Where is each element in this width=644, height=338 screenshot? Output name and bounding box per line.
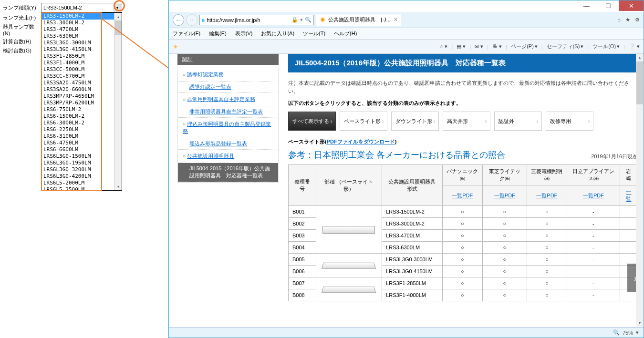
table-row: B001LRS3-1500LM-2○○○- bbox=[289, 206, 638, 218]
chevron-right-icon: › bbox=[330, 117, 332, 125]
filter-base[interactable]: ベースライト形› bbox=[340, 112, 387, 131]
filter-ncert[interactable]: 認証外› bbox=[494, 112, 542, 131]
pdf-link-3[interactable]: 一覧PDF bbox=[536, 193, 557, 198]
sidebar-sub-4a[interactable]: JIL5004-2015（2016年版）公共施設用照明器具 対応器種一覧表 bbox=[178, 163, 278, 182]
scroll-thumb[interactable] bbox=[636, 61, 643, 104]
cell-seq: B001 bbox=[289, 206, 316, 218]
menu-help[interactable]: ヘルプ(H) bbox=[334, 30, 357, 37]
menu-file[interactable]: ファイル(F) bbox=[173, 30, 200, 37]
cell-seq: B007 bbox=[289, 277, 316, 289]
list-item[interactable]: LRS6-4750LM bbox=[42, 140, 122, 146]
list-item[interactable]: LRS6-750LM-2 bbox=[42, 106, 122, 113]
menu-view[interactable]: 表示(V) bbox=[235, 30, 253, 37]
list-item[interactable]: LRS3-3000LM-2 bbox=[42, 20, 122, 26]
cmd-safety[interactable]: セーフティ(S) ▾ bbox=[547, 43, 584, 50]
back-button[interactable]: ← bbox=[173, 14, 184, 26]
feeds-icon[interactable]: ▤ ▾ bbox=[457, 43, 466, 50]
add-favorite-icon[interactable]: ✦ bbox=[173, 43, 178, 51]
list-item[interactable]: LRS3F1-2850LM bbox=[42, 53, 122, 60]
zoom-icon[interactable]: 🔍 bbox=[613, 329, 620, 336]
filter-all[interactable]: すべて表示する› bbox=[288, 112, 336, 131]
sidebar-item-4[interactable]: 公共施設用照明器具 bbox=[178, 150, 278, 163]
list-item[interactable]: LRS6-3000LM-2 bbox=[42, 120, 122, 126]
mail-icon[interactable]: ✉ ▾ bbox=[475, 43, 483, 50]
filter-down[interactable]: ダウンライト形› bbox=[391, 112, 439, 131]
menu-edit[interactable]: 編集(E) bbox=[209, 30, 227, 37]
sidebar-sub-3a[interactable]: 埋込み形製品登録一覧表 bbox=[178, 138, 278, 150]
list-item[interactable]: LRS3-4700LM bbox=[42, 26, 122, 33]
list-item[interactable]: LRS3MP/RP-4650LM bbox=[42, 93, 122, 100]
list-item[interactable]: LRS6-3100LM bbox=[42, 133, 122, 140]
home-icon[interactable]: ⌂ bbox=[617, 17, 621, 23]
list-scrollbar[interactable]: ▴ ▾ bbox=[114, 13, 122, 190]
minimize-button[interactable]: — bbox=[576, 0, 597, 11]
list-item[interactable]: LRS3L3G0-3000LM bbox=[42, 40, 122, 46]
forward-button[interactable]: → bbox=[186, 14, 197, 26]
pdf-link-1[interactable]: 一覧PDF bbox=[452, 193, 473, 198]
cell-val: ○ bbox=[527, 242, 567, 254]
list-item[interactable]: LRS3-6300LM bbox=[42, 33, 122, 40]
list-item[interactable]: LRS3L3G0-4150LM bbox=[42, 46, 122, 53]
content-scrollbar[interactable]: ▴ ▾ bbox=[636, 54, 644, 327]
lamp-type-list[interactable]: LRS3-1500LM-2LRS3-3000LM-2LRS3-4700LMLRS… bbox=[41, 12, 122, 191]
pdf-link-4[interactable]: 一覧PDF bbox=[583, 193, 604, 198]
menu-tools[interactable]: ツール(T) bbox=[303, 30, 325, 37]
scroll-thumb[interactable] bbox=[115, 20, 122, 35]
navbar: ← → e https://www.jlma.or.jp/h 🔒 ▾ 🔍 ✺ 公… bbox=[169, 12, 644, 28]
list-item[interactable]: LRS6L5-2500LM bbox=[42, 186, 122, 191]
sidebar-item-2[interactable]: 非常用照明器具自主評定業務 bbox=[178, 93, 278, 106]
sidebar-sub-2a[interactable]: 非常用照明器具自主評定一覧表 bbox=[178, 106, 278, 118]
zoom-dropdown-icon[interactable]: ▾ bbox=[636, 329, 639, 336]
maximize-button[interactable]: ☐ bbox=[597, 0, 619, 11]
lamp-type-combo[interactable]: LRS3-1500LM-2 ▾ bbox=[41, 3, 122, 12]
list-item[interactable]: LRS3F1-4000LM bbox=[42, 60, 122, 66]
sidebar-item-3[interactable]: 埋込み形照明器具の自主製品登録業務 bbox=[178, 118, 278, 138]
search-icon[interactable]: 🔍 bbox=[305, 17, 312, 23]
table-row: B007LRS3F1-2850LM○○○- bbox=[289, 277, 638, 289]
dropdown-icon[interactable]: ▾ bbox=[300, 17, 303, 23]
th-model: 公共施設用照明器具形式 bbox=[382, 165, 443, 206]
home-icon[interactable]: ⌂ ▾ bbox=[440, 43, 448, 50]
sidebar-sub-1a[interactable]: 誘導灯認定一覧表 bbox=[178, 82, 278, 93]
list-item[interactable]: LRS6-6600LM bbox=[42, 146, 122, 153]
scroll-up-icon[interactable]: ▴ bbox=[636, 54, 644, 61]
list-item[interactable]: LRS6L3G0-1500LM bbox=[42, 153, 122, 160]
scroll-up-icon[interactable]: ▴ bbox=[114, 13, 122, 20]
menu-favorites[interactable]: お気に入り(A) bbox=[261, 30, 294, 37]
pdf-download-link[interactable]: PDFファイルをダウンロード bbox=[327, 139, 395, 144]
list-item[interactable]: LRS6L3G0-4200LM bbox=[42, 173, 122, 180]
filter-repair[interactable]: 改修専用› bbox=[546, 112, 593, 131]
favorites-icon[interactable]: ★ bbox=[625, 17, 630, 23]
list-item[interactable]: LRS3-1500LM-2 bbox=[42, 13, 122, 20]
sidebar-item-1[interactable]: 誘導灯認定業務 bbox=[178, 68, 278, 82]
cell-val bbox=[620, 242, 637, 254]
list-item[interactable]: LRS3CC-5000LM bbox=[42, 66, 122, 73]
pdf-link-5[interactable]: 一覧 bbox=[626, 189, 631, 202]
cmd-tools[interactable]: ツール(O) ▾ bbox=[592, 43, 620, 50]
list-item[interactable]: LRS6L5-2000LM bbox=[42, 180, 122, 186]
close-button[interactable]: ✕ bbox=[619, 0, 644, 11]
pdf-link-2[interactable]: 一覧PDF bbox=[494, 193, 515, 198]
filter-high[interactable]: 高天井形› bbox=[443, 112, 490, 131]
cell-val: - bbox=[567, 218, 620, 230]
print-icon[interactable]: 🖶 ▾ bbox=[492, 43, 502, 50]
browser-tab[interactable]: ✺ 公共施設用照明器具 | J... ✕ bbox=[316, 14, 402, 26]
lock-icon: 🔒 bbox=[291, 17, 298, 23]
help-icon[interactable]: ❔ ▾ bbox=[629, 43, 640, 50]
scroll-down-icon[interactable]: ▾ bbox=[636, 319, 644, 327]
cmd-page[interactable]: ページ(P) ▾ bbox=[511, 43, 538, 50]
list-item[interactable]: LRS3MP/RP-6200LM bbox=[42, 100, 122, 106]
url-bar[interactable]: e https://www.jlma.or.jp/h 🔒 ▾ 🔍 bbox=[199, 15, 314, 25]
scroll-down-icon[interactable]: ▾ bbox=[114, 183, 122, 190]
list-item[interactable]: LRS3SA20-6600LM bbox=[42, 86, 122, 93]
list-item[interactable]: LRS6-1500LM-2 bbox=[42, 113, 122, 120]
list-item[interactable]: LRS6L3G0-1950LM bbox=[42, 160, 122, 166]
list-item[interactable]: LRS3SA20-4750LM bbox=[42, 80, 122, 86]
gear-icon[interactable]: ⚙ bbox=[635, 17, 640, 23]
list-item[interactable]: LRS6-2250LM bbox=[42, 126, 122, 133]
lamp-flux-label: ランプ光束(F) bbox=[3, 14, 41, 21]
lamp-count-label: 器具ランプ数(N) bbox=[3, 23, 41, 36]
list-item[interactable]: LRS3CC-6700LM bbox=[42, 73, 122, 80]
list-item[interactable]: LRS6L3G0-3200LM bbox=[42, 166, 122, 173]
tab-close-icon[interactable]: ✕ bbox=[394, 17, 398, 23]
